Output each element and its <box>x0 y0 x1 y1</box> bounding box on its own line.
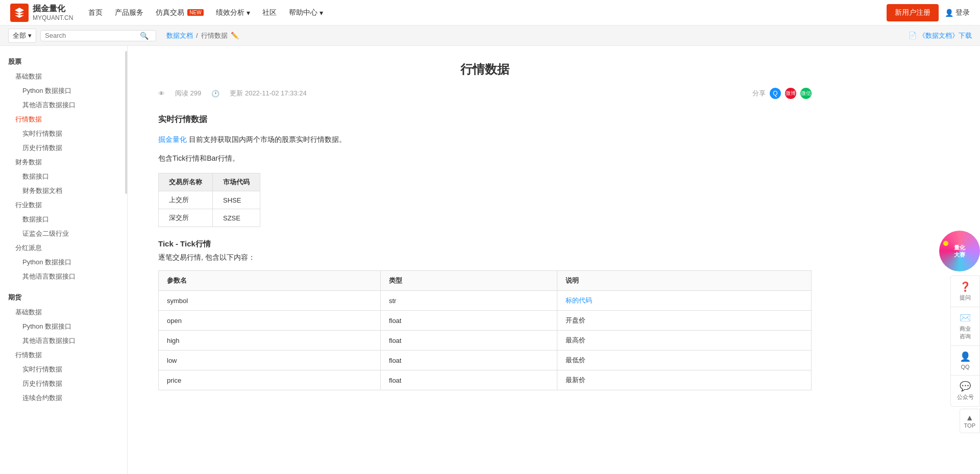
share-qq[interactable]: Q <box>770 88 781 99</box>
table-row: 上交所 SHSE <box>159 191 260 209</box>
download-link[interactable]: 📄 《数据文档》下载 <box>909 31 972 40</box>
sidebar-item-futures-realtime[interactable]: 实时行情数据 <box>0 362 127 377</box>
top-button[interactable]: ▲ TOP <box>960 409 980 414</box>
tick-table: 参数名 类型 说明 symbol str 标的代码 open float 开盘价… <box>158 270 812 390</box>
desc-symbol[interactable]: 标的代码 <box>557 291 811 311</box>
wechat-icon: 💬 <box>960 381 971 392</box>
nav-right: 新用户注册 👤 登录 <box>887 4 970 21</box>
scroll-bar[interactable] <box>125 51 127 194</box>
logo[interactable]: 掘金量化 MYQUANT.CN <box>10 4 73 22</box>
sidebar-item-stock-basic[interactable]: 基础数据 <box>0 69 127 84</box>
breadcrumb-root[interactable]: 数据文档 <box>166 31 193 40</box>
breadcrumb-current: 行情数据 <box>201 31 228 40</box>
realtime-section-title: 实时行情数据 <box>158 114 812 125</box>
search-input[interactable] <box>45 32 137 39</box>
param-open: open <box>159 311 381 331</box>
exchange-col-name: 交易所名称 <box>159 173 213 191</box>
sidebar-group-futures[interactable]: 期货 <box>0 290 127 305</box>
nav-products[interactable]: 产品服务 <box>115 8 143 17</box>
nav-trading[interactable]: 仿真交易 NEW <box>156 8 203 17</box>
sidebar-item-futures-basic[interactable]: 基础数据 <box>0 305 127 319</box>
exchange-table: 交易所名称 市场代码 上交所 SHSE 深交所 SZSE <box>158 173 260 227</box>
desc-high: 最高价 <box>557 331 811 351</box>
business-label: 商业 <box>960 325 971 333</box>
sidebar-item-stock-finance-api[interactable]: 数据接口 <box>0 169 127 184</box>
register-button[interactable]: 新用户注册 <box>887 4 939 21</box>
logo-icon <box>10 4 29 22</box>
tick-col-type: 类型 <box>380 271 557 291</box>
nav-home[interactable]: 首页 <box>88 8 103 17</box>
nav-performance[interactable]: 绩效分析 ▾ <box>216 8 250 17</box>
param-high: high <box>159 331 381 351</box>
share-section: 分享 Q 微博 微信 <box>752 88 812 99</box>
edit-icon[interactable]: ✏️ <box>231 32 239 39</box>
table-row: price float 最新价 <box>159 370 812 390</box>
table-row: 深交所 SZSE <box>159 209 260 227</box>
promo-text: 量化 大赛 <box>954 244 965 259</box>
sidebar-item-futures-other-lang[interactable]: 其他语言数据接口 <box>0 334 127 348</box>
share-weibo[interactable]: 微博 <box>785 88 796 99</box>
help-icon: ❓ <box>960 281 971 292</box>
qq-label: QQ <box>961 364 969 370</box>
sidebar-group-stocks[interactable]: 股票 <box>0 54 127 69</box>
company-link[interactable]: 掘金量化 <box>158 135 187 143</box>
top-arrow-icon: ▲ <box>966 413 974 414</box>
sidebar-item-stock-realtime[interactable]: 实时行情数据 <box>0 127 127 141</box>
type-low: float <box>380 351 557 370</box>
sidebar-item-futures-market[interactable]: 行情数据 <box>0 348 127 362</box>
type-symbol: str <box>380 291 557 311</box>
desc-low: 最低价 <box>557 351 811 370</box>
type-high: float <box>380 331 557 351</box>
sidebar-item-stock-dividend-other[interactable]: 其他语言数据接口 <box>0 269 127 284</box>
breadcrumb: 数据文档 / 行情数据 ✏️ <box>166 31 239 40</box>
promo-dot <box>943 241 948 246</box>
tick-col-param: 参数名 <box>159 271 381 291</box>
qq-action[interactable]: 👤 QQ <box>951 346 979 376</box>
category-dropdown[interactable]: 全部 ▾ <box>8 29 36 43</box>
login-button[interactable]: 👤 登录 <box>945 8 970 17</box>
sidebar-item-stock-other-lang[interactable]: 其他语言数据接口 <box>0 98 127 112</box>
sidebar-item-stock-finance-doc[interactable]: 财务数据文档 <box>0 184 127 198</box>
exchange-name-2: 深交所 <box>159 209 213 227</box>
nav-help[interactable]: 帮助中心 ▾ <box>289 8 323 17</box>
page-title: 行情数据 <box>158 61 812 78</box>
sidebar-item-futures-python[interactable]: Python 数据接口 <box>0 319 127 334</box>
meta-bar: 👁 阅读 299 🕐 更新 2022-11-02 17:33:24 分享 Q 微… <box>158 88 812 99</box>
exchange-code-1: SHSE <box>213 191 260 209</box>
param-low: low <box>159 351 381 370</box>
sidebar-item-stock-dividend-python[interactable]: Python 数据接口 <box>0 255 127 269</box>
sidebar-item-stock-python[interactable]: Python 数据接口 <box>0 84 127 98</box>
sidebar-item-stock-industry-csrc[interactable]: 证监会二级行业 <box>0 227 127 241</box>
sidebar-item-futures-continuous[interactable]: 连续合约数据 <box>0 391 127 405</box>
business-icon: ✉️ <box>960 312 971 323</box>
business-action[interactable]: ✉️ 商业 咨询 <box>951 307 979 346</box>
sidebar-item-stock-finance[interactable]: 财务数据 <box>0 155 127 169</box>
exchange-name-1: 上交所 <box>159 191 213 209</box>
sidebar: 股票 基础数据 Python 数据接口 其他语言数据接口 行情数据 实时行情数据… <box>0 46 128 414</box>
sidebar-item-stock-history[interactable]: 历史行情数据 <box>0 141 127 155</box>
side-actions: ❓ 提问 ✉️ 商业 咨询 👤 QQ 💬 公众号 <box>950 276 980 407</box>
business-label2: 咨询 <box>960 333 971 340</box>
help-action[interactable]: ❓ 提问 <box>951 276 979 307</box>
sidebar-item-stock-market[interactable]: 行情数据 <box>0 112 127 127</box>
layout: 股票 基础数据 Python 数据接口 其他语言数据接口 行情数据 实时行情数据… <box>0 46 980 414</box>
tick-section-title: Tick - Tick行情 <box>158 239 812 249</box>
top-nav: 掘金量化 MYQUANT.CN 首页 产品服务 仿真交易 NEW 绩效分析 ▾ … <box>0 0 980 26</box>
nav-items: 首页 产品服务 仿真交易 NEW 绩效分析 ▾ 社区 帮助中心 ▾ <box>88 8 887 17</box>
sidebar-item-futures-history[interactable]: 历史行情数据 <box>0 377 127 391</box>
wechat-label: 公众号 <box>957 393 974 401</box>
sidebar-item-stock-industry[interactable]: 行业数据 <box>0 198 127 212</box>
nav-community[interactable]: 社区 <box>262 8 277 17</box>
view-icon: 👁 <box>158 90 165 97</box>
search-button[interactable]: 🔍 <box>137 31 152 41</box>
sidebar-section-stocks: 股票 基础数据 Python 数据接口 其他语言数据接口 行情数据 实时行情数据… <box>0 51 127 287</box>
share-wechat[interactable]: 微信 <box>800 88 812 99</box>
wechat-action[interactable]: 💬 公众号 <box>951 376 979 406</box>
right-widgets: 量化 大赛 ❓ 提问 ✉️ 商业 咨询 👤 QQ 💬 公众号 ▲ TOP <box>939 231 980 414</box>
sidebar-item-stock-industry-api[interactable]: 数据接口 <box>0 212 127 227</box>
tick-col-desc: 说明 <box>557 271 811 291</box>
share-label: 分享 <box>752 89 766 98</box>
promo-banner[interactable]: 量化 大赛 <box>939 231 980 271</box>
desc-open: 开盘价 <box>557 311 811 331</box>
sidebar-item-stock-dividend[interactable]: 分红派息 <box>0 241 127 255</box>
